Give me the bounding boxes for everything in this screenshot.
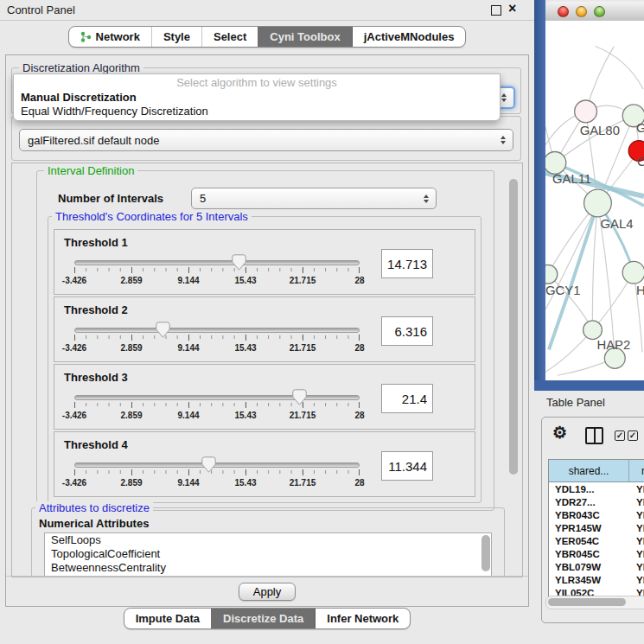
- tab-label: Style: [163, 30, 190, 43]
- table-cell[interactable]: YDL19...: [549, 484, 629, 494]
- table-cell[interactable]: YBR0: [629, 510, 644, 520]
- cyni-toolbox-panel: Discretization Algorithm Select algorith…: [5, 54, 529, 607]
- threshold-slider[interactable]: -3.4262.8599.14415.4321.71528: [74, 456, 360, 493]
- threshold-slider[interactable]: -3.4262.8599.14415.4321.71528: [74, 322, 360, 358]
- thresholds-group: Threshold's Coordinates for 5 Intervals …: [48, 216, 481, 503]
- slider-tick-label: 28: [354, 343, 364, 353]
- tab-infer-network[interactable]: Infer Network: [315, 609, 410, 628]
- slider-tick-label: 15.43: [234, 343, 256, 353]
- slider-major-tick: [131, 267, 132, 273]
- close-icon[interactable]: ×: [508, 1, 516, 16]
- svg-text:HAP2: HAP2: [596, 338, 630, 352]
- table-cell[interactable]: YER054C: [549, 536, 629, 546]
- table-cell[interactable]: YDR2: [629, 497, 644, 507]
- table-row[interactable]: YBR043CYBR0: [549, 508, 644, 521]
- slider-track[interactable]: [74, 462, 360, 468]
- settings-scroll-area: Interval Definition Number of Intervals …: [11, 163, 523, 577]
- slider-track[interactable]: [74, 395, 360, 400]
- svg-text:H: H: [636, 284, 644, 297]
- gear-icon[interactable]: ⚙: [552, 423, 567, 443]
- tab-select[interactable]: Select: [201, 27, 258, 47]
- threshold-label: Threshold 1: [64, 236, 128, 249]
- checkbox-checked-icon[interactable]: ✓: [628, 430, 638, 441]
- threshold-value-input[interactable]: [381, 249, 433, 278]
- table-cell[interactable]: YER0: [629, 536, 644, 546]
- threshold-value-input[interactable]: [381, 316, 433, 346]
- table-cell[interactable]: YBR043C: [549, 510, 629, 520]
- network-window-titlebar[interactable]: [545, 2, 644, 22]
- threshold-slider[interactable]: -3.4262.8599.14415.4321.71528: [74, 389, 360, 425]
- table-cell[interactable]: YLR3: [629, 575, 644, 585]
- window-close-icon[interactable]: [558, 6, 569, 17]
- slider-thumb-icon[interactable]: [201, 456, 216, 473]
- table-cell[interactable]: YPR145W: [549, 523, 629, 533]
- node-table: shared... n YDL19...YDL1YDR27...YDR2YBR0…: [548, 459, 644, 600]
- window-zoom-icon[interactable]: [594, 6, 605, 17]
- table-panel: ⚙ ✓ ✓ shared... n YDL19...YDL1YDR27...YD…: [541, 417, 644, 623]
- attribute-list-item[interactable]: SelfLoops: [45, 533, 491, 547]
- tab-label: Discretize Data: [223, 612, 303, 625]
- slider-major-tick: [74, 469, 75, 475]
- float-window-icon[interactable]: [491, 5, 501, 16]
- tab-style[interactable]: Style: [151, 27, 201, 47]
- slider-track[interactable]: [74, 328, 360, 333]
- tab-label: Infer Network: [327, 612, 399, 625]
- split-columns-icon[interactable]: [585, 427, 603, 444]
- table-cell[interactable]: YBR045C: [549, 549, 629, 559]
- table-cell[interactable]: YPR1: [629, 523, 644, 533]
- table-row[interactable]: YLR345WYLR3: [549, 573, 644, 586]
- dropdown-option-manual-discretization[interactable]: Manual Discretization: [21, 91, 137, 104]
- slider-major-tick: [359, 335, 360, 341]
- slider-major-tick: [188, 402, 189, 408]
- horizontal-scrollbar[interactable]: [545, 596, 644, 609]
- number-of-intervals-spinner[interactable]: 5: [191, 188, 437, 209]
- threshold-value-input[interactable]: [381, 384, 433, 413]
- checkbox-checked-icon[interactable]: ✓: [615, 430, 625, 441]
- table-row[interactable]: YDR27...YDR2: [549, 495, 644, 508]
- svg-text:GA: GA: [636, 121, 644, 135]
- slider-thumb-icon[interactable]: [292, 389, 307, 405]
- attribute-list-item[interactable]: TopologicalCoefficient: [45, 547, 491, 561]
- table-row[interactable]: YDL19...YDL1: [549, 482, 644, 495]
- attributes-list[interactable]: SelfLoopsTopologicalCoefficientBetweenne…: [44, 532, 492, 577]
- table-cell[interactable]: YLR345W: [549, 575, 629, 585]
- slider-major-tick: [188, 335, 189, 341]
- slider-thumb-icon[interactable]: [156, 322, 170, 338]
- tab-jactivemnodules[interactable]: jActiveMNodules: [352, 27, 466, 47]
- threshold-slider[interactable]: -3.4262.8599.14415.4321.71528: [74, 254, 360, 290]
- slider-major-tick: [131, 469, 132, 475]
- table-data-combobox[interactable]: galFiltered.sif default node: [19, 129, 513, 151]
- table-cell[interactable]: YBL0: [629, 562, 644, 572]
- slider-major-tick: [245, 469, 246, 475]
- table-cell[interactable]: YBR0: [629, 549, 644, 559]
- tab-label: Network: [96, 30, 140, 43]
- tab-network[interactable]: Network: [69, 27, 151, 47]
- slider-tick-label: 9.144: [177, 343, 199, 353]
- apply-button[interactable]: Apply: [239, 583, 296, 601]
- table-cell[interactable]: YDR27...: [549, 497, 629, 507]
- table-row[interactable]: YPR145WYPR1: [549, 521, 644, 534]
- list-scrollbar-thumb[interactable]: [481, 535, 490, 571]
- column-header-shared-name[interactable]: shared...: [549, 460, 629, 482]
- table-row[interactable]: YER054CYER0: [549, 534, 644, 547]
- dropdown-option-equal-width[interactable]: Equal Width/Frequency Discretization: [21, 105, 208, 118]
- threshold-panel-4: Threshold 4 -3.4262.8599.14415.4321.7152…: [54, 431, 475, 497]
- network-canvas[interactable]: GAL80GACGAL11GAL4GCY1HHAP2: [545, 21, 644, 380]
- scrollbar-thumb[interactable]: [548, 598, 626, 606]
- tab-impute-data[interactable]: Impute Data: [124, 609, 211, 628]
- column-header-name[interactable]: n: [629, 460, 644, 482]
- window-minimize-icon[interactable]: [576, 6, 587, 17]
- scrollbar-thumb[interactable]: [509, 179, 518, 475]
- table-row[interactable]: YBR045CYBR0: [549, 547, 644, 560]
- tab-discretize-data[interactable]: Discretize Data: [211, 609, 315, 628]
- slider-major-tick: [359, 469, 360, 475]
- slider-tick-label: 9.144: [177, 478, 199, 488]
- tab-cyni-toolbox[interactable]: Cyni Toolbox: [258, 27, 351, 47]
- attribute-list-item[interactable]: BetweennessCentrality: [45, 561, 491, 575]
- table-cell[interactable]: YBL079W: [549, 562, 629, 572]
- threshold-value-input[interactable]: [381, 451, 433, 481]
- table-cell[interactable]: YDL1: [629, 484, 644, 494]
- table-row[interactable]: YBL079WYBL0: [549, 560, 644, 573]
- slider-thumb-icon[interactable]: [232, 254, 246, 271]
- slider-track[interactable]: [74, 260, 360, 265]
